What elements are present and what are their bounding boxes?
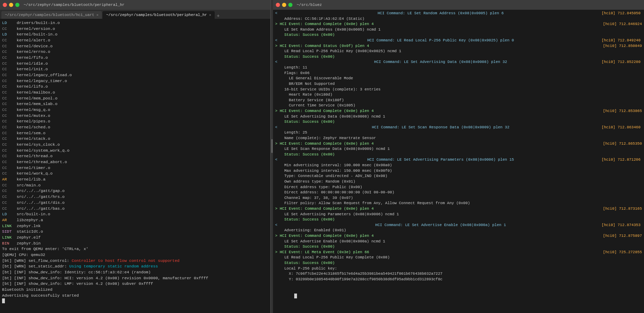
- build-line: CCkernel/init.o: [2, 66, 268, 72]
- build-line: CCkernel/mutex.o: [2, 113, 268, 119]
- build-file: kernel/fifo.o: [17, 55, 48, 60]
- build-line: CCkernel/device.o: [2, 43, 268, 49]
- build-file: kernel/mutex.o: [17, 113, 50, 118]
- build-file: kernel/msg_q.o: [17, 107, 50, 112]
- build-file: kernel/lifo.o: [17, 84, 48, 89]
- build-label: CC: [2, 206, 17, 212]
- build-label: CC: [2, 38, 17, 43]
- build-label: CC: [2, 130, 17, 136]
- build-label: SIDT: [2, 229, 17, 235]
- right-titlebar: ~/src/bluez: [273, 0, 644, 10]
- hci-detail: Max advertising interval: 150.000 msec (…: [275, 169, 392, 173]
- hci-line: Name (complete): Zephyr Heartrate Sensor: [275, 136, 642, 141]
- build-line: CCkernel/sys_clock.o: [2, 142, 268, 148]
- hci-line: 16-bit Service UUIDs (complete): 3 entri…: [275, 87, 642, 93]
- hci-detail: LE Read Local P-256 Public Key (0x08|0x0…: [275, 49, 401, 53]
- hci-line: Filter policy: Allow Scan Request from A…: [275, 201, 642, 206]
- maximize-button-right[interactable]: [288, 3, 292, 7]
- hci-line: LE Read Local P-256 Public Key (0x08|0x0…: [275, 49, 642, 54]
- scrollbar-thumb-left[interactable]: [271, 139, 273, 153]
- build-label: LINK: [2, 235, 17, 241]
- build-label: AR: [2, 217, 17, 223]
- build-label: BIN: [2, 241, 17, 247]
- hci-timestamp: [hci0] 712.846924: [603, 22, 642, 27]
- runtime-line: [bt] [WRN] set_static_addr: Using tempor…: [2, 264, 268, 270]
- hci-line: Heart Rate (0x180d): [275, 92, 642, 98]
- hci-line: > HCI Event: Command Complete (0x0e) ple…: [275, 22, 642, 27]
- hci-dir: <: [275, 38, 280, 43]
- hci-dir: >: [275, 206, 280, 212]
- runtime-line: Advertising successfully started: [2, 293, 268, 299]
- build-file: src/main.o: [17, 183, 41, 187]
- hci-detail: Own address type: Random (0x01): [275, 179, 355, 184]
- hci-detail: Filter policy: Allow Scan Request from A…: [275, 201, 470, 205]
- build-label: CC: [2, 183, 17, 188]
- build-line: CCkernel/work_q.o: [2, 171, 268, 177]
- hci-cmd-text: HCI Command: LE Set Scan Response Data (…: [372, 125, 509, 130]
- build-label: CC: [2, 55, 17, 61]
- runtime-line: [bt] [WRN] set_flow_control: Controller …: [2, 258, 268, 264]
- build-label: CC: [2, 136, 17, 142]
- tab-peripheral-hr[interactable]: ~/src/zephyr/samples/bluetooth/periphera…: [102, 11, 214, 19]
- hci-line: Y: 03209b0e10854640b90f199e7a3288ccf9850…: [275, 277, 642, 282]
- build-label: CC: [2, 159, 17, 165]
- tab-add-button[interactable]: +: [215, 13, 221, 19]
- hci-dir: >: [275, 109, 280, 114]
- terminals-container: ~/src/zephyr/samples/bluetooth/periphera…: [0, 0, 644, 313]
- traffic-lights-right: [276, 3, 292, 7]
- build-label: CC: [2, 78, 17, 84]
- hci-dir: >: [275, 43, 280, 49]
- build-line: BINzephyr.bin: [2, 241, 268, 247]
- hci-dir: >: [275, 141, 280, 147]
- build-line: CCkernel/sem.o: [2, 130, 268, 136]
- right-terminal-body: < HCI Command: LE Set Random Address (0x…: [273, 10, 644, 313]
- hci-detail: Length: 11: [275, 65, 307, 70]
- build-label: CC: [2, 113, 17, 119]
- hci-detail: Status: Success (0x00): [275, 120, 335, 124]
- build-file: kernel/lib.a: [17, 177, 46, 182]
- tab-peripheral-hr-close[interactable]: ✕: [209, 13, 211, 17]
- build-file: kernel/pipes.o: [17, 119, 50, 123]
- runtime-line: [bt] [INF] show_dev_info: LMP: version 4…: [2, 281, 268, 287]
- build-line: CCkernel/version.o: [2, 26, 268, 32]
- hci-evt-text: HCI Event: LE Meta Event (0x3e) plen 66: [280, 250, 369, 255]
- hci-detail: Status: Success (0x00): [275, 33, 335, 37]
- build-label: CC: [2, 72, 17, 78]
- tab-hci-uart-close[interactable]: ✕: [96, 13, 98, 17]
- build-file: kernel/alert.o: [17, 38, 50, 42]
- hci-timestamp: [hci0] 725.272855: [603, 250, 642, 255]
- build-line: CCsrc/main.o: [2, 183, 268, 188]
- close-button-right[interactable]: [276, 3, 280, 7]
- hci-timestamp: [hci0] 712.873165: [603, 206, 642, 212]
- minimize-button-right[interactable]: [282, 3, 286, 7]
- maximize-button-left[interactable]: [15, 3, 19, 7]
- hci-timestamp: [hci0] 712.874353: [602, 223, 641, 228]
- build-label: CC: [2, 26, 17, 32]
- minimize-button-left[interactable]: [9, 3, 13, 7]
- hci-detail: Direct address: 00:00:00:00:00:00 (OUI 0…: [275, 190, 394, 194]
- hci-detail: Length: 25: [275, 130, 307, 135]
- tab-hci-uart[interactable]: ~/src/zephyr/samples/bluetooth/hci_uart …: [1, 11, 102, 19]
- runtime-line: [QEMU] CPU: qemu32: [2, 252, 268, 258]
- tab-hci-uart-label: ~/src/zephyr/samples/bluetooth/hci_uart: [5, 13, 94, 17]
- hci-detail: Channel map: 37, 38, 39 (0x07): [275, 196, 353, 200]
- build-file: kernel/mem_slab.o: [17, 102, 57, 106]
- left-terminal-body: LDdrivers/built-in.oCCkernel/version.oLD…: [0, 19, 270, 313]
- hci-line: LE Set Advertising Data (0x08|0x0008) nc…: [275, 114, 642, 120]
- build-file: src/../../gatt/bas.o: [17, 206, 65, 211]
- hci-timestamp: [hci0] 712.871206: [602, 157, 641, 163]
- build-file: kernel/sched.o: [17, 125, 50, 129]
- build-file: zephyr.lnk: [17, 224, 41, 228]
- hci-timestamp: [hci0] 712.875897: [603, 233, 642, 239]
- hci-detail: BR/EDR Not Supported: [275, 82, 335, 86]
- cursor: [2, 298, 5, 303]
- build-line: CCsrc/../../gatt/gap.o: [2, 188, 268, 194]
- hci-line: Status: Success (0x00): [275, 119, 642, 125]
- hci-cmd-text: HCI Command: LE Set Advertising Data (0x…: [374, 59, 507, 65]
- build-file: kernel/sem.o: [17, 131, 46, 135]
- hci-detail: Flags: 0x06: [275, 71, 309, 75]
- hci-line: > HCI Event: Command Complete (0x0e) ple…: [275, 141, 642, 147]
- hci-line: LE Set Advertise Enable (0x08|0x000a) nc…: [275, 239, 642, 244]
- build-lines: LDdrivers/built-in.oCCkernel/version.oLD…: [2, 20, 268, 246]
- close-button-left[interactable]: [3, 3, 7, 7]
